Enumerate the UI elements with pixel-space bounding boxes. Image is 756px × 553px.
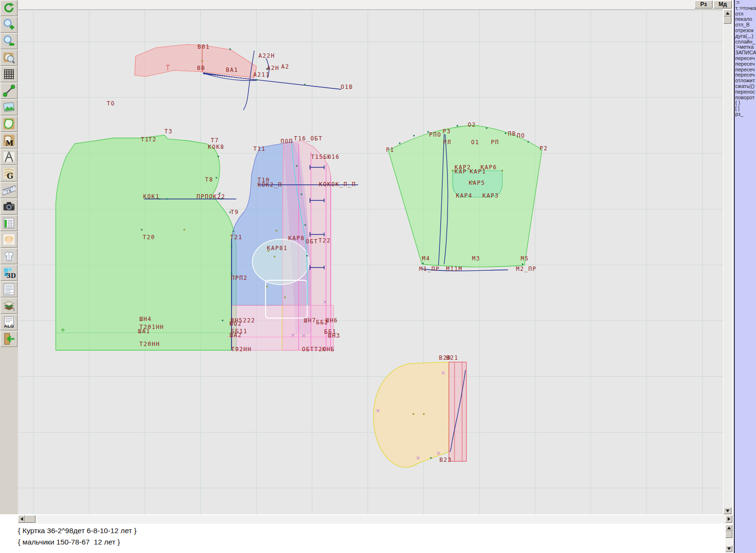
point-label: Т20НН <box>139 341 160 347</box>
point-label: А2 <box>281 63 289 70</box>
panel-command-item[interactable]: := <box>735 0 756 6</box>
point-label: КОК8 <box>208 144 224 150</box>
inspect-piece-icon-button[interactable] <box>0 50 17 66</box>
point-label: Т2 <box>148 136 156 143</box>
point-label: ВВ <box>197 65 205 71</box>
point-label: Т16_ОБТ <box>294 135 323 142</box>
zoom-out-icon-button[interactable] <box>0 33 17 49</box>
scroll-left-icon[interactable] <box>18 515 25 523</box>
collar-piece[interactable] <box>135 44 257 78</box>
point-label: Т11 <box>253 146 266 152</box>
point-label: ПО <box>517 132 525 139</box>
exit-icon-button[interactable] <box>0 331 17 347</box>
point-label: Т1 <box>141 136 149 143</box>
point-label: КАР8 <box>288 235 305 242</box>
scroll-down-icon[interactable] <box>723 507 731 514</box>
panel-command-item[interactable]: пересеч <box>735 61 756 67</box>
panel-command-item[interactable]: пекало <box>735 17 756 22</box>
books-icon-button[interactable] <box>0 298 17 314</box>
panel-command-item[interactable]: т.:=точка <box>735 6 756 11</box>
garment-icon-button[interactable] <box>0 248 17 264</box>
point-label: М2_ПР <box>516 266 537 272</box>
toolbar: MG7 83DALG <box>0 0 18 514</box>
panel-command-item[interactable]: рз_ <box>735 112 756 117</box>
alg-icon-button[interactable]: ALG <box>0 314 17 330</box>
3d-icon-button[interactable]: 3D <box>0 265 17 281</box>
top-strip: Рз Мд <box>18 0 732 9</box>
panel-command-item[interactable]: пересеч <box>735 56 756 61</box>
pattern-drawing: В01А22НВВВА1А2НА2А211О1ВТОТ3Т1Т2Т7КОК8Т8… <box>18 10 723 515</box>
vertical-scroll-thumb[interactable] <box>723 17 731 24</box>
panel-command-item[interactable]: отл <box>735 11 756 17</box>
svg-text:G: G <box>7 172 13 181</box>
scroll-right-icon[interactable] <box>725 515 732 523</box>
panel-command-item[interactable]: поворот <box>735 95 756 101</box>
pattern-m-icon-button[interactable]: M <box>0 132 17 148</box>
status-text-area[interactable]: { Куртка 36-2^98дет 6-8-10-12 лет } { ма… <box>0 525 725 553</box>
panel-command-item[interactable]: дуга(,,,) <box>735 34 756 39</box>
panel-command-item[interactable]: :=метка <box>735 44 756 50</box>
svg-text:3D: 3D <box>7 272 16 279</box>
pattern-piece-icon-button[interactable] <box>0 116 17 132</box>
point-label: О1В <box>341 84 353 90</box>
panel-command-item[interactable]: сплайн_ <box>735 39 756 45</box>
svg-text:M: M <box>6 139 14 147</box>
panel-command-item[interactable]: [ ] <box>735 106 756 112</box>
horizontal-scroll-thumb[interactable] <box>25 515 35 523</box>
status-line-1: { Куртка 36-2^98дет 6-8-10-12 лет } <box>18 526 725 536</box>
image-icon-button[interactable] <box>0 99 17 115</box>
pattern-g-icon-button[interactable]: G <box>0 165 17 181</box>
panel-command-item[interactable]: отл_В <box>735 22 756 28</box>
point-label: В23 <box>439 457 452 463</box>
point-label: ПВ <box>508 130 516 137</box>
point-label: КАР <box>455 168 467 175</box>
point-label: А211 <box>253 71 270 78</box>
point-label: М1_ПР <box>419 266 440 272</box>
scroll-up-icon[interactable] <box>723 9 731 17</box>
status-scrollbar[interactable] <box>725 525 733 552</box>
rz-mode-button[interactable]: Рз <box>695 0 713 9</box>
panel-command-item[interactable]: пересеч <box>735 72 756 78</box>
zoom-in-icon-button[interactable] <box>0 17 17 33</box>
panel-command-item[interactable]: отложит <box>735 78 756 84</box>
point-label: КОК1 <box>143 193 160 200</box>
point-label: В21 <box>446 354 458 361</box>
panel-command-item[interactable]: ЗАПИСА <box>735 50 756 56</box>
status-scroll-up-icon[interactable] <box>725 525 732 531</box>
pattern-canvas[interactable]: В01А22НВВВА1А2НА2А211О1ВТОТ3Т1Т2Т7КОК8Т8… <box>18 9 723 514</box>
notes-icon-button[interactable] <box>0 281 17 297</box>
point-label: Т92НН <box>231 346 252 353</box>
point-label: А2Н <box>267 65 279 71</box>
panel-command-item[interactable]: пересеч <box>735 67 756 73</box>
point-label: Р1 <box>386 147 394 153</box>
point-label: Т21 <box>230 234 242 241</box>
point-label: РЛ <box>443 139 451 146</box>
canvas-horizontal-scrollbar[interactable] <box>18 515 732 524</box>
compass-icon-button[interactable] <box>0 149 17 165</box>
status-scroll-down-icon[interactable] <box>725 545 732 552</box>
point-label: А22Н <box>258 52 275 59</box>
panel-command-item[interactable]: сжать(() <box>735 84 756 89</box>
point-label: ПОП <box>281 138 293 145</box>
panel-command-item[interactable]: { } <box>735 100 756 106</box>
portrait-icon-button[interactable] <box>0 232 17 248</box>
status-scroll-thumb[interactable] <box>725 531 732 538</box>
hood-piece[interactable] <box>373 362 466 467</box>
point-label: Т3 <box>164 128 172 135</box>
point-label: М4 <box>422 255 430 262</box>
md-mode-button[interactable]: Мд <box>713 0 732 9</box>
refresh-icon-button[interactable] <box>0 0 17 16</box>
point-label: Р2 <box>540 145 548 152</box>
canvas-vertical-scrollbar[interactable] <box>723 9 732 514</box>
point-label: М11М <box>446 266 463 272</box>
table-icon-button[interactable] <box>0 215 17 231</box>
panel-command-item[interactable]: перенос <box>735 89 756 95</box>
panel-command-item[interactable]: отрезок <box>735 28 756 34</box>
segment-icon-button[interactable] <box>0 83 17 99</box>
camera-icon-button[interactable] <box>0 199 17 215</box>
ruler-icon-button[interactable]: 7 8 <box>0 182 17 198</box>
grid-icon-button[interactable] <box>0 66 17 82</box>
point-label: КАР81 <box>267 245 288 251</box>
point-label: ВА1 <box>226 67 238 73</box>
point-label: ТО <box>107 100 115 107</box>
